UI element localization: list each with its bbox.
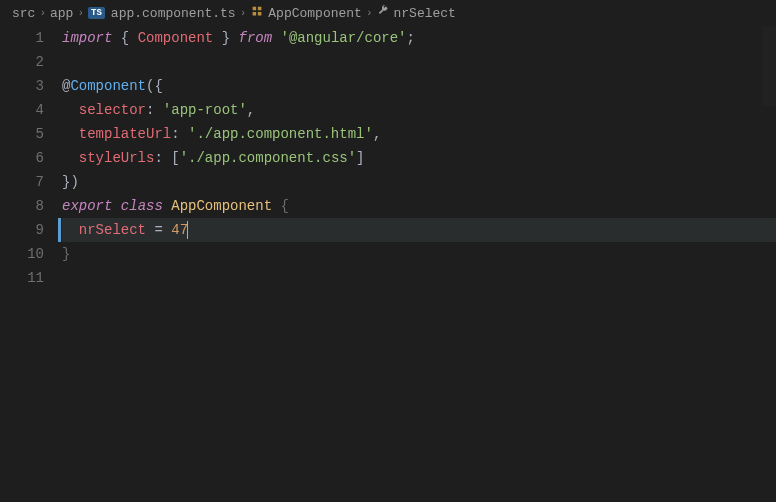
line-number: 11 [0,266,44,290]
code-editor[interactable]: 1234567891011 import { Component } from … [0,26,776,290]
breadcrumb-label: nrSelect [394,6,456,21]
active-line-indicator [58,218,61,242]
line-number: 8 [0,194,44,218]
chevron-icon: › [366,7,373,19]
line-number: 5 [0,122,44,146]
token: : [154,150,162,166]
token [62,222,79,238]
token: , [247,102,255,118]
code-line[interactable]: nrSelect = 47 [62,218,776,242]
token: 47 [171,222,188,238]
token [163,198,171,214]
token: { [121,30,129,46]
token [154,102,162,118]
token: { [154,78,162,94]
chevron-icon: › [77,7,84,19]
token [62,102,79,118]
token: './app.component.html' [188,126,373,142]
breadcrumb-label: app [50,6,73,21]
token: } [62,246,70,262]
token: { [280,198,288,214]
breadcrumb-label: app.component.ts [111,6,236,21]
token: : [171,126,179,142]
line-number: 3 [0,74,44,98]
token: , [373,126,381,142]
token: AppComponent [171,198,272,214]
breadcrumb: src › app › TS app.component.ts › AppCom… [0,0,776,26]
token: import [62,30,112,46]
token: ] [356,150,364,166]
breadcrumb-label: AppComponent [268,6,362,21]
token [180,126,188,142]
token [272,30,280,46]
minimap[interactable] [762,26,776,106]
breadcrumb-item-file[interactable]: TS app.component.ts [88,6,236,21]
line-number: 6 [0,146,44,170]
token: } [222,30,230,46]
token: './app.component.css' [180,150,356,166]
code-line[interactable]: templateUrl: './app.component.html', [62,122,776,146]
token: 'app-root' [163,102,247,118]
code-line[interactable] [62,266,776,290]
token: nrSelect [79,222,146,238]
token [213,30,221,46]
breadcrumb-item-class[interactable]: AppComponent [250,4,362,22]
token [112,198,120,214]
token [62,150,79,166]
line-number: 1 [0,26,44,50]
token [129,30,137,46]
line-number: 9 [0,218,44,242]
chevron-icon: › [240,7,247,19]
typescript-badge-icon: TS [88,7,105,19]
token: = [154,222,162,238]
token: export [62,198,112,214]
breadcrumb-label: src [12,6,35,21]
breadcrumb-item-member[interactable]: nrSelect [377,5,456,21]
code-line[interactable]: } [62,242,776,266]
token: ) [70,174,78,190]
line-number: 4 [0,98,44,122]
code-line[interactable]: export class AppComponent { [62,194,776,218]
breadcrumb-item-app[interactable]: app [50,6,73,21]
line-number: 2 [0,50,44,74]
token: from [238,30,272,46]
text-cursor [187,221,188,239]
line-gutter: 1234567891011 [0,26,62,290]
token [62,126,79,142]
chevron-icon: › [39,7,46,19]
line-number: 10 [0,242,44,266]
code-line[interactable] [62,50,776,74]
token [112,30,120,46]
code-line[interactable]: styleUrls: ['./app.component.css'] [62,146,776,170]
code-line[interactable]: }) [62,170,776,194]
token: selector [79,102,146,118]
token: styleUrls [79,150,155,166]
token: templateUrl [79,126,171,142]
token: Component [70,78,146,94]
token: Component [138,30,214,46]
code-line[interactable]: selector: 'app-root', [62,98,776,122]
breadcrumb-item-src[interactable]: src [12,6,35,21]
line-number: 7 [0,170,44,194]
token: class [121,198,163,214]
wrench-icon [377,5,390,21]
class-symbol-icon [250,4,264,22]
token: '@angular/core' [281,30,407,46]
token: [ [171,150,179,166]
token [163,222,171,238]
code-line[interactable]: import { Component } from '@angular/core… [62,26,776,50]
code-area[interactable]: import { Component } from '@angular/core… [62,26,776,290]
code-line[interactable]: @Component({ [62,74,776,98]
token: ; [407,30,415,46]
token [163,150,171,166]
